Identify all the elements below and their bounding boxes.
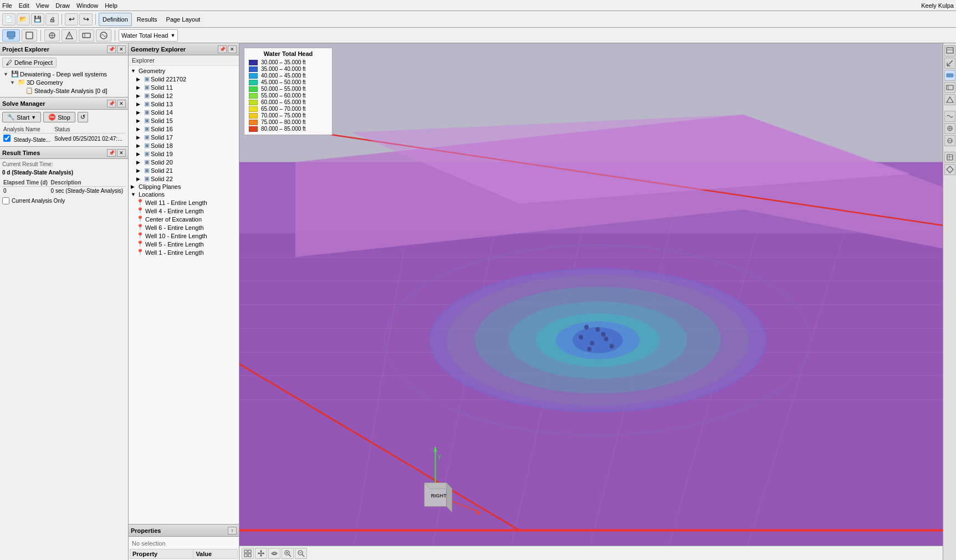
explorer-pin-btn[interactable]: 📌	[107, 45, 116, 53]
geo-pin-btn[interactable]: 📌	[218, 45, 227, 53]
menu-edit[interactable]: Edit	[19, 2, 29, 9]
start-btn[interactable]: 🔧 Start ▼	[2, 112, 41, 122]
menu-window[interactable]: Window	[76, 2, 98, 9]
rt-btn-7[interactable]	[944, 123, 955, 134]
definition-tab[interactable]: Definition	[99, 13, 132, 26]
geo-solid-18[interactable]: ▶ ▣ Solid 18	[130, 141, 238, 150]
open-btn[interactable]: 📂	[17, 13, 30, 25]
stop-icon: ⛔	[48, 114, 56, 121]
geo-loc-well11[interactable]: 📍 Well 11 - Entire Length	[130, 198, 238, 207]
rt-btn-5[interactable]	[944, 94, 955, 105]
rt-btn-3[interactable]	[944, 70, 955, 81]
tool-btn3[interactable]	[79, 29, 94, 42]
geo-loc-well1[interactable]: 📍 Well 1 - Entire Length	[130, 248, 238, 256]
svg-rect-63	[947, 74, 953, 77]
bt-move-btn[interactable]	[255, 548, 267, 559]
rt-btn-8[interactable]	[944, 135, 955, 146]
geo-clipping-planes[interactable]: ▶ Clipping Planes	[130, 183, 238, 191]
stop-btn[interactable]: ⛔ Stop	[43, 112, 75, 122]
analysis-checkbox[interactable]	[3, 135, 11, 142]
geo-close-btn[interactable]: ✕	[228, 45, 237, 53]
props-expand-btn[interactable]: ↑	[228, 527, 237, 535]
geo-solid-16[interactable]: ▶ ▣ Solid 16	[130, 125, 238, 133]
legend-swatch-4	[249, 86, 258, 92]
geo-solid-17[interactable]: ▶ ▣ Solid 17	[130, 133, 238, 141]
svg-rect-78	[244, 554, 247, 557]
result-panel-controls: 📌 ✕	[107, 149, 126, 157]
geo-solid-221702[interactable]: ▶ ▣ Solid 221702	[130, 75, 238, 83]
rectangle-btn[interactable]	[22, 29, 37, 42]
rt-btn-4[interactable]	[944, 82, 955, 93]
geo-loc-excavation[interactable]: 📍 Center of Excavation	[130, 215, 238, 223]
solve-content: 🔧 Start ▼ ⛔ Stop ↺ Analysis	[0, 110, 128, 146]
analysis-name: Steady-State...	[14, 137, 50, 143]
viewport[interactable]: Y RIGHT Water Total Head	[239, 43, 956, 560]
geo-solid-11[interactable]: ▶ ▣ Solid 11	[130, 83, 238, 91]
geo-loc-well10[interactable]: 📍 Well 10 - Entire Length	[130, 232, 238, 240]
legend-swatch-5	[249, 93, 258, 99]
tree-icon-steadystate: 📋	[25, 87, 33, 94]
geo-solid-21[interactable]: ▶ ▣ Solid 21	[130, 166, 238, 174]
geo-label-s12: Solid 21	[151, 167, 173, 174]
result-times-header: Result Times 📌 ✕	[0, 147, 128, 159]
geo-solid-12[interactable]: ▶ ▣ Solid 12	[130, 91, 238, 100]
geo-solid-15[interactable]: ▶ ▣ Solid 15	[130, 116, 238, 125]
geo-exp-s5: ▶	[136, 110, 143, 115]
current-analysis-checkbox[interactable]	[2, 197, 9, 204]
geo-solid-19[interactable]: ▶ ▣ Solid 19	[130, 150, 238, 158]
save-btn[interactable]: 💾	[31, 13, 44, 25]
colorbar-dropdown[interactable]: Water Total Head ▼	[119, 29, 178, 42]
explorer-close-btn[interactable]: ✕	[117, 45, 126, 53]
geo-solid-13[interactable]: ▶ ▣ Solid 13	[130, 100, 238, 108]
geo-geometry-root[interactable]: ▼ Geometry	[130, 67, 238, 75]
geo-label-loc6: Well 5 - Entire Length	[145, 241, 204, 248]
current-result-value: 0 d (Steady-State Analysis)	[2, 169, 126, 176]
bt-zoomfit-btn[interactable]	[295, 548, 307, 559]
tree-item-steadystate[interactable]: 📋 Steady-State Analysis [0 d]	[2, 86, 126, 95]
new-btn[interactable]: 📄	[2, 13, 16, 25]
tool-btn1[interactable]	[44, 29, 60, 42]
geo-solid-22[interactable]: ▶ ▣ Solid 22	[130, 174, 238, 183]
geo-label-s5: Solid 14	[151, 109, 173, 116]
rt-btn-6[interactable]	[944, 111, 955, 122]
geo-solid-20[interactable]: ▶ ▣ Solid 20	[130, 158, 238, 166]
geo-locations[interactable]: ▼ Locations	[130, 191, 238, 198]
result-close-btn[interactable]: ✕	[117, 149, 126, 157]
menu-draw[interactable]: Draw	[55, 2, 70, 9]
geo-exp-s9: ▶	[136, 143, 143, 148]
geo-label-clip: Clipping Planes	[139, 183, 181, 190]
solve-close-btn[interactable]: ✕	[117, 100, 126, 107]
geo-icon-s4: ▣	[144, 100, 150, 107]
geo-loc-well5[interactable]: 📍 Well 5 - Entire Length	[130, 240, 238, 248]
print-btn[interactable]: 🖨	[45, 13, 59, 25]
tree-item-root[interactable]: ▼ 💾 Dewatering - Deep well systems	[2, 70, 126, 78]
refresh-btn[interactable]: ↺	[78, 112, 88, 122]
rt-btn-9[interactable]	[944, 152, 955, 163]
tool-btn2[interactable]	[62, 29, 77, 42]
result-pin-btn[interactable]: 📌	[107, 149, 116, 157]
define-project-btn[interactable]: 🖊 Define Project	[2, 58, 57, 68]
result-row: 0 0 sec (Steady-State Analysis)	[2, 187, 126, 196]
menu-file[interactable]: File	[2, 2, 12, 9]
svg-marker-85	[263, 552, 264, 554]
undo-btn[interactable]: ↩	[65, 13, 78, 25]
rt-btn-1[interactable]	[944, 45, 955, 56]
tree-item-3dgeo[interactable]: ▼ 📁 3D Geometry	[2, 78, 126, 86]
geo-solid-14[interactable]: ▶ ▣ Solid 14	[130, 108, 238, 116]
menu-help[interactable]: Help	[105, 2, 117, 9]
bt-orbit-btn[interactable]	[268, 548, 280, 559]
rt-btn-2[interactable]	[944, 58, 955, 69]
geo-loc-well4[interactable]: 📍 Well 4 - Entire Length	[130, 207, 238, 215]
solve-pin-btn[interactable]: 📌	[107, 100, 116, 107]
bt-grid-btn[interactable]	[242, 548, 254, 559]
geo-loc-well6[interactable]: 📍 Well 6 - Entire Length	[130, 223, 238, 232]
results-tab[interactable]: Results	[133, 13, 161, 26]
rt-btn-10[interactable]	[944, 164, 955, 175]
redo-btn[interactable]: ↪	[79, 13, 93, 25]
bt-zoom-btn[interactable]	[282, 548, 294, 559]
menu-view[interactable]: View	[36, 2, 49, 9]
properties-header: Properties ↑	[129, 525, 239, 537]
select-btn[interactable]	[2, 29, 20, 42]
page-layout-tab[interactable]: Page Layout	[162, 13, 205, 26]
tool-btn4[interactable]	[96, 29, 111, 42]
